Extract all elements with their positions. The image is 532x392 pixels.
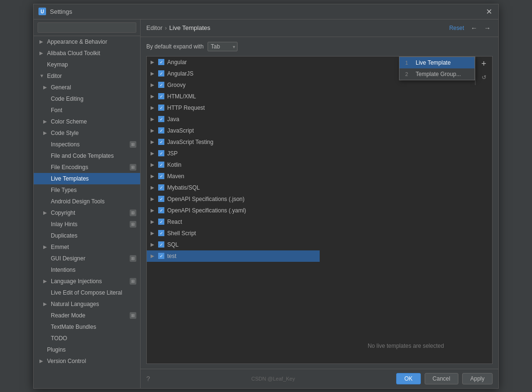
template-checkbox[interactable] xyxy=(158,207,164,213)
sidebar-item-duplicates[interactable]: Duplicates xyxy=(34,230,140,241)
template-checkbox[interactable] xyxy=(158,127,164,134)
remove-button[interactable]: ↺ xyxy=(478,72,490,83)
sidebar-item-label: Emmet xyxy=(51,244,69,250)
template-group-sql[interactable]: ▶SQL xyxy=(147,239,320,250)
chevron-right-icon: ▶ xyxy=(151,185,156,190)
sidebar-item-todo[interactable]: TODO xyxy=(34,333,140,344)
forward-button[interactable]: → xyxy=(482,23,493,33)
sidebar-item-version-control[interactable]: ▶Version Control xyxy=(34,355,140,367)
template-checkbox[interactable] xyxy=(158,230,164,236)
sidebar-item-alibaba[interactable]: ▶Alibaba Cloud Toolkit xyxy=(34,48,140,59)
template-group-javascript[interactable]: ▶JavaScript xyxy=(147,125,320,136)
template-name: Java xyxy=(167,116,179,123)
sidebar-item-inspections[interactable]: Inspections⊞ xyxy=(34,139,140,150)
breadcrumb-separator: › xyxy=(165,24,167,31)
sidebar-item-natural-languages[interactable]: ▶Natural Languages xyxy=(34,298,140,310)
template-group-groovy[interactable]: ▶Groovy xyxy=(147,79,320,91)
reset-button[interactable]: Reset xyxy=(447,24,466,32)
sidebar-item-code-editing[interactable]: Code Editing xyxy=(34,93,140,105)
templates-panel: ▶Angular▶AngularJS▶Groovy▶HTML/XML▶HTTP … xyxy=(146,56,493,364)
template-checkbox[interactable] xyxy=(158,184,164,191)
template-checkbox[interactable] xyxy=(158,253,164,259)
sidebar-item-label: Font xyxy=(51,107,62,114)
sidebar-item-reader-mode[interactable]: Reader Mode⊞ xyxy=(34,310,140,321)
template-group-test[interactable]: ▶test xyxy=(147,250,320,262)
chevron-right-icon: ▶ xyxy=(151,59,156,65)
template-name: HTTP Request xyxy=(167,105,205,111)
template-group-maven[interactable]: ▶Maven xyxy=(147,171,320,182)
template-group-kotlin[interactable]: ▶Kotlin xyxy=(147,159,320,171)
sidebar-item-file-types[interactable]: File Types xyxy=(34,184,140,196)
sidebar-item-keymap[interactable]: Keymap xyxy=(34,59,140,70)
ok-button[interactable]: OK xyxy=(396,373,420,384)
dropdown-item[interactable]: 1Live Template xyxy=(399,57,475,68)
template-group-angularjs[interactable]: ▶AngularJS xyxy=(147,68,320,79)
template-group-htmlxml[interactable]: ▶HTML/XML xyxy=(147,91,320,102)
template-checkbox[interactable] xyxy=(158,59,164,65)
sidebar-item-android-design[interactable]: Android Design Tools xyxy=(34,196,140,207)
template-checkbox[interactable] xyxy=(158,241,164,248)
sidebar-item-copyright[interactable]: ▶Copyright⊞ xyxy=(34,207,140,219)
template-checkbox[interactable] xyxy=(158,162,164,168)
tree-arrow-icon: ▶ xyxy=(43,85,49,90)
add-button[interactable]: + xyxy=(478,58,490,70)
sidebar-item-plugins[interactable]: Plugins xyxy=(34,344,140,355)
template-name: JSP xyxy=(167,150,178,157)
template-group-openapi-json[interactable]: ▶OpenAPI Specifications (.json) xyxy=(147,193,320,205)
sidebar-item-font[interactable]: Font xyxy=(34,105,140,116)
template-group-angular[interactable]: ▶Angular xyxy=(147,57,320,68)
dropdown-item[interactable]: 2Template Group... xyxy=(399,68,475,80)
sidebar-item-appearance[interactable]: ▶Appearance & Behavior xyxy=(34,36,140,48)
sidebar-item-general[interactable]: ▶General xyxy=(34,82,140,93)
no-templates-message: No live templates are selected xyxy=(320,57,493,363)
expand-select[interactable]: Tab Enter Space xyxy=(208,42,238,51)
back-button[interactable]: ← xyxy=(469,23,479,33)
template-checkbox[interactable] xyxy=(158,219,164,225)
sidebar-item-emmet[interactable]: ▶Emmet xyxy=(34,241,140,253)
sidebar-item-live-templates[interactable]: Live Templates xyxy=(34,173,140,184)
help-icon[interactable]: ? xyxy=(146,375,150,382)
title-bar: U Settings ✕ xyxy=(34,4,498,19)
template-group-openapi-yaml[interactable]: ▶OpenAPI Specifications (.yaml) xyxy=(147,205,320,216)
sidebar-item-textmate[interactable]: TextMate Bundles xyxy=(34,321,140,333)
apply-button[interactable]: Apply xyxy=(462,373,493,384)
template-group-httprequest[interactable]: ▶HTTP Request xyxy=(147,102,320,114)
template-group-shell[interactable]: ▶Shell Script xyxy=(147,228,320,239)
template-checkbox[interactable] xyxy=(158,105,164,111)
sidebar-actions: + ↺ xyxy=(475,57,492,85)
template-checkbox[interactable] xyxy=(158,139,164,145)
template-name: Maven xyxy=(167,173,184,180)
sidebar-item-code-style[interactable]: ▶Code Style xyxy=(34,127,140,139)
template-checkbox[interactable] xyxy=(158,82,164,88)
sidebar-item-color-scheme[interactable]: ▶Color Scheme xyxy=(34,116,140,127)
sidebar-item-intentions[interactable]: Intentions xyxy=(34,264,140,276)
template-checkbox[interactable] xyxy=(158,150,164,156)
chevron-right-icon: ▶ xyxy=(151,196,156,201)
template-checkbox[interactable] xyxy=(158,116,164,122)
template-checkbox[interactable] xyxy=(158,173,164,179)
search-input[interactable] xyxy=(38,22,136,33)
sidebar-item-editor[interactable]: ▼Editor xyxy=(34,70,140,82)
sidebar-item-inlay-hints[interactable]: Inlay Hints⊞ xyxy=(34,219,140,230)
template-group-jsp[interactable]: ▶JSP xyxy=(147,148,320,159)
template-checkbox[interactable] xyxy=(158,93,164,99)
header-actions: Reset ← → xyxy=(447,23,493,33)
sidebar-item-file-code-templates[interactable]: File and Code Templates xyxy=(34,150,140,162)
template-group-js-testing[interactable]: ▶JavaScript Testing xyxy=(147,136,320,148)
sidebar-item-label: File and Code Templates xyxy=(51,153,114,159)
sidebar-item-label: Inlay Hints xyxy=(51,221,77,228)
template-checkbox[interactable] xyxy=(158,196,164,202)
sidebar-item-label: Version Control xyxy=(47,358,86,364)
template-checkbox[interactable] xyxy=(158,70,164,76)
sidebar-item-language-injections[interactable]: ▶Language Injections⊞ xyxy=(34,276,140,287)
sidebar-item-file-encodings[interactable]: File Encodings⊞ xyxy=(34,162,140,173)
cancel-button[interactable]: Cancel xyxy=(425,373,458,384)
close-button[interactable]: ✕ xyxy=(484,7,494,16)
template-group-mybatis[interactable]: ▶Mybatis/SQL xyxy=(147,182,320,193)
template-name: AngularJS xyxy=(167,70,193,77)
template-group-java[interactable]: ▶Java xyxy=(147,114,320,125)
sidebar-item-live-edit[interactable]: Live Edit of Compose Literal xyxy=(34,287,140,298)
template-name: Shell Script xyxy=(167,230,196,237)
template-group-react[interactable]: ▶React xyxy=(147,216,320,228)
sidebar-item-gui-designer[interactable]: GUI Designer⊞ xyxy=(34,253,140,264)
